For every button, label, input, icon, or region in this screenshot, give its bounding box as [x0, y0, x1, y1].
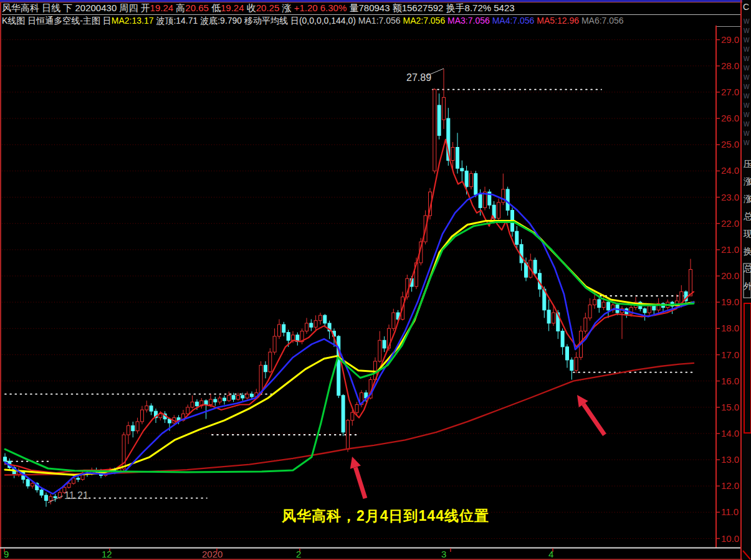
x-axis-label: 2: [296, 549, 301, 559]
candle: [438, 105, 441, 136]
candle: [607, 302, 610, 310]
candle: [67, 483, 70, 487]
callout-text: 风华高科，2月4日到144线位置: [281, 508, 489, 524]
candle: [150, 406, 153, 412]
candle: [347, 420, 350, 449]
sidebar-mini-glyph: W: [744, 37, 750, 44]
candle: [533, 260, 537, 273]
y-axis-label: 25.0: [721, 139, 739, 149]
y-axis-label: 23.0: [721, 192, 739, 202]
candle: [588, 305, 591, 318]
candle: [561, 331, 564, 347]
y-axis-label: 11.0: [721, 506, 739, 517]
x-axis-label: 2020: [202, 549, 222, 559]
candle: [26, 480, 29, 486]
sidebar-mini-glyph: W: [744, 74, 750, 81]
candle: [310, 323, 313, 327]
candle: [653, 306, 656, 310]
candle: [218, 398, 221, 402]
candle: [355, 405, 358, 413]
candle: [4, 457, 7, 461]
candle: [323, 315, 327, 323]
sidebar-quote-label-fragment: 涨: [744, 176, 751, 186]
candle: [127, 425, 130, 435]
candle: [602, 302, 605, 308]
candle: [593, 300, 596, 305]
sidebar-mini-glyph: W: [744, 112, 750, 118]
candle: [305, 323, 309, 331]
sidebar-quote-label-fragment: 压: [744, 159, 751, 169]
candle: [232, 396, 235, 399]
candle: [136, 422, 139, 431]
kline-chart[interactable]: 27.8911.21风华高科，2月4日到144线位置29.028.027.026…: [0, 0, 751, 560]
x-axis-label: 12: [102, 549, 112, 559]
sidebar-mini-glyph: W: [744, 27, 750, 34]
sidebar-corner-glyph: C: [743, 2, 749, 12]
candle: [598, 300, 601, 308]
candle: [31, 483, 34, 486]
candle: [479, 194, 482, 207]
y-axis-label: 19.0: [721, 297, 739, 307]
candle: [72, 478, 75, 483]
sidebar-quote-label-fragment: 外: [744, 281, 751, 291]
candle: [241, 396, 244, 398]
sidebar-quote-label-fragment: 换: [743, 246, 751, 256]
sidebar-quote-label-fragment: 总: [744, 263, 751, 273]
y-axis-label: 14.0: [721, 428, 739, 439]
y-axis-label: 18.0: [721, 323, 739, 333]
candle: [506, 189, 509, 211]
sidebar-mini-glyph: W: [744, 140, 750, 146]
y-axis-label: 21.0: [721, 244, 739, 255]
sidebar-mini-glyph: W: [744, 55, 750, 62]
candle: [689, 270, 692, 297]
candle: [584, 318, 587, 331]
candle: [442, 97, 446, 120]
candle: [145, 406, 148, 410]
y-axis-label: 24.0: [721, 165, 739, 176]
candle: [451, 148, 454, 161]
x-axis-label: 9: [4, 549, 9, 559]
y-axis-label: 27.0: [721, 87, 739, 97]
candle: [292, 335, 295, 341]
y-axis-label: 13.0: [721, 454, 739, 465]
sidebar-quote-label-fragment: 涨: [744, 194, 751, 204]
candle: [273, 336, 276, 352]
sidebar-mini-glyph: W: [744, 46, 750, 53]
candle: [251, 394, 254, 397]
candle: [132, 425, 135, 430]
x-axis-label: 3: [441, 549, 446, 559]
y-axis-label: 15.0: [721, 402, 739, 412]
y-axis-label: 17.0: [721, 349, 739, 360]
sidebar-mini-glyph: W: [744, 65, 750, 72]
candle: [282, 325, 285, 333]
y-axis-label: 20.0: [721, 270, 739, 281]
candle: [575, 358, 578, 371]
candle: [566, 347, 569, 360]
x-axis-label: 4: [548, 549, 553, 559]
candle: [552, 313, 555, 323]
candle: [45, 495, 48, 500]
candle: [470, 174, 473, 187]
candle: [474, 174, 477, 195]
candle: [141, 410, 144, 422]
candle: [570, 360, 573, 371]
sidebar-mini-glyph: W: [744, 130, 750, 137]
candle: [54, 496, 57, 498]
sidebar-quote-label-fragment: 现: [743, 229, 751, 239]
y-axis-label: 10.0: [721, 533, 739, 544]
y-axis-label: 29.0: [721, 34, 739, 45]
candle: [351, 412, 354, 420]
candle: [246, 394, 249, 398]
candle: [264, 365, 267, 372]
candle: [223, 398, 226, 401]
candle: [456, 148, 459, 169]
candle: [237, 396, 240, 399]
candle: [342, 396, 345, 432]
sidebar-mini-glyph: W: [744, 93, 750, 100]
candle: [547, 310, 550, 323]
candle: [319, 315, 322, 321]
y-axis-label: 16.0: [721, 376, 739, 386]
candle: [502, 189, 505, 202]
candle: [465, 171, 468, 186]
candle: [497, 202, 500, 218]
